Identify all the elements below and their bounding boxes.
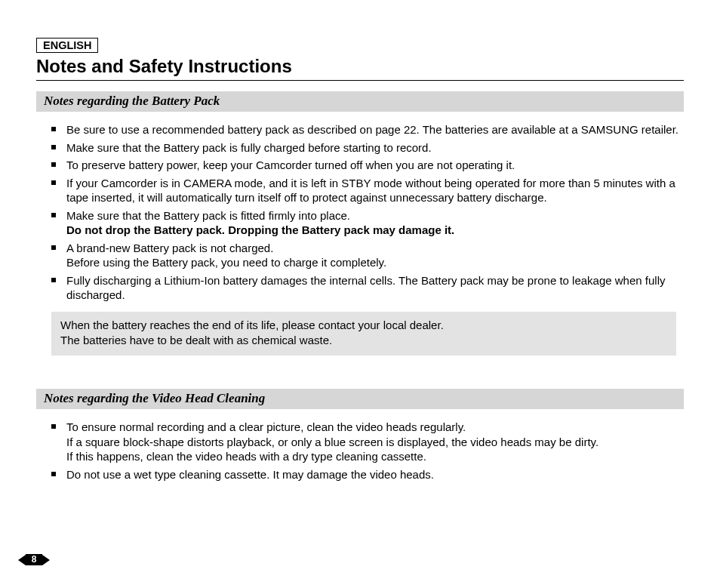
callout-line: When the battery reaches the end of its … [60, 318, 667, 333]
list-item-text: Fully discharging a Lithium-Ion battery … [66, 274, 665, 302]
callout-line: The batteries have to be dealt with as c… [60, 333, 667, 348]
title-rule [36, 80, 684, 81]
list-item: Do not use a wet type cleaning cassette.… [51, 467, 679, 482]
manual-page: ENGLISH Notes and Safety Instructions No… [0, 0, 720, 482]
list-item: Fully discharging a Lithium-Ion battery … [51, 273, 679, 303]
list-item-text: To preserve battery power, keep your Cam… [66, 159, 515, 171]
section-heading-cleaning: Notes regarding the Video Head Cleaning [36, 389, 684, 409]
list-item-text: Make sure that the Battery pack is fully… [66, 141, 432, 154]
section-heading-battery: Notes regarding the Battery Pack [36, 91, 684, 112]
page-title: Notes and Safety Instructions [36, 56, 684, 77]
list-item-text: A brand-new Battery pack is not charged. [66, 242, 273, 254]
disposal-note-box: When the battery reaches the end of its … [51, 312, 676, 356]
list-item-text: To ensure normal recording and a clear p… [66, 420, 466, 433]
language-box: ENGLISH [36, 38, 98, 53]
list-item: Make sure that the Battery pack is fitte… [51, 208, 679, 238]
list-item-emphasis: Do not drop the Battery pack. Dropping t… [66, 223, 454, 236]
list-item-text: Before using the Battery pack, you need … [66, 256, 386, 269]
list-item: Make sure that the Battery pack is fully… [51, 140, 679, 155]
list-item-text: If this happens, clean the video heads w… [66, 450, 426, 463]
page-number: 8 [26, 554, 42, 565]
list-item: To ensure normal recording and a clear p… [51, 420, 679, 464]
page-marker-left-icon [18, 555, 26, 565]
list-item: A brand-new Battery pack is not charged.… [51, 241, 679, 270]
list-item-text: If your Camcorder is in CAMERA mode, and… [66, 177, 675, 205]
list-item: Be sure to use a recommended battery pac… [51, 122, 679, 137]
page-marker-right-icon [42, 555, 50, 565]
list-item-text: Be sure to use a recommended battery pac… [66, 123, 678, 136]
list-item: If your Camcorder is in CAMERA mode, and… [51, 176, 679, 205]
list-item-text: Make sure that the Battery pack is fitte… [66, 209, 350, 222]
list-item-text: If a square block-shape distorts playbac… [66, 436, 598, 448]
cleaning-notes-list: To ensure normal recording and a clear p… [36, 420, 684, 482]
list-item: To preserve battery power, keep your Cam… [51, 158, 679, 173]
battery-notes-list: Be sure to use a recommended battery pac… [36, 122, 684, 303]
list-item-text: Do not use a wet type cleaning cassette.… [66, 468, 434, 481]
